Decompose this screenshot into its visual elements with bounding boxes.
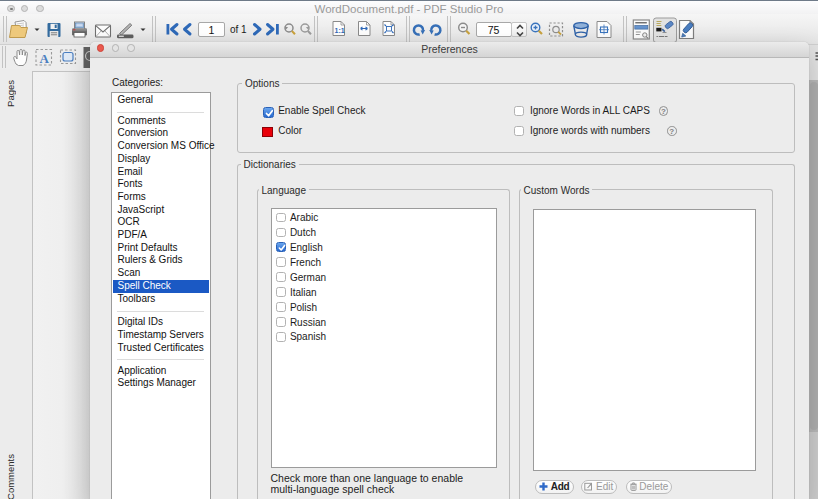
svg-text:1:1: 1:1 [335, 27, 345, 34]
svg-text:A: A [40, 51, 50, 66]
